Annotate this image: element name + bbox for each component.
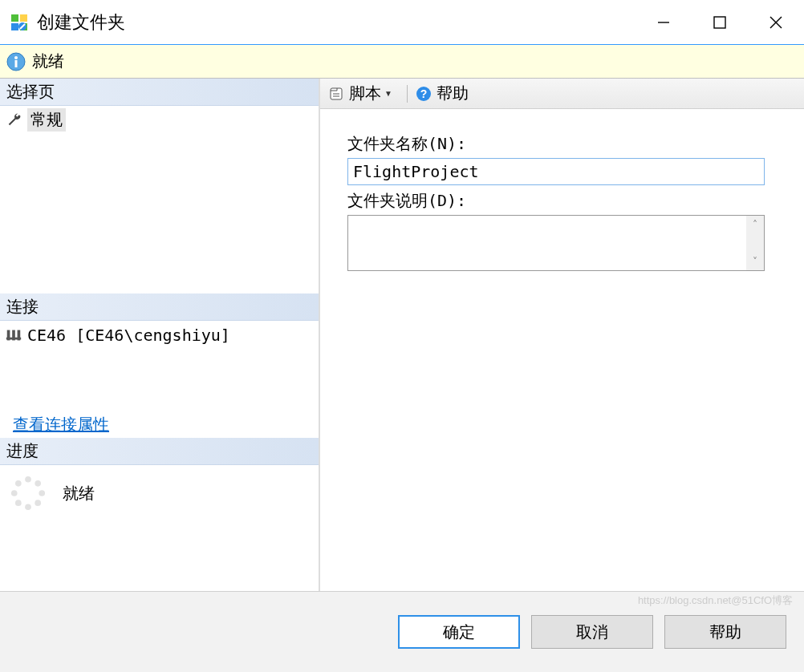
- view-connection-properties-link[interactable]: 查看连接属性: [0, 411, 319, 438]
- cancel-button[interactable]: 取消: [531, 615, 653, 649]
- status-text: 就绪: [32, 51, 64, 72]
- connection-value: CE46 [CE46\cengshiyu]: [0, 321, 319, 350]
- server-icon: [5, 326, 22, 344]
- folder-desc-input[interactable]: [348, 216, 746, 270]
- svg-point-20: [25, 504, 31, 510]
- chevron-down-icon: ▼: [381, 89, 396, 98]
- svg-rect-1: [20, 14, 27, 22]
- folder-name-label: 文件夹名称(N):: [347, 133, 777, 155]
- form-area: 文件夹名称(N): 文件夹说明(D): ˄ ˅: [320, 109, 804, 295]
- scroll-up-icon[interactable]: ˄: [753, 219, 757, 230]
- help-button[interactable]: 帮助: [664, 615, 786, 649]
- svg-rect-2: [11, 23, 18, 30]
- status-bar: 就绪: [0, 45, 804, 79]
- script-icon: [328, 86, 344, 102]
- right-panel: 脚本 ▼ ? 帮助 文件夹名称(N): 文件夹说明(D): ˄ ˅: [320, 79, 804, 591]
- window-controls: [635, 0, 804, 44]
- progress-header: 进度: [0, 438, 319, 465]
- select-page-header: 选择页: [0, 79, 319, 106]
- connection-header: 连接: [0, 293, 319, 321]
- svg-point-18: [39, 490, 45, 496]
- wrench-icon: [6, 111, 22, 128]
- window-title: 创建文件夹: [37, 10, 635, 34]
- minimize-button[interactable]: [635, 0, 692, 44]
- svg-point-17: [35, 480, 41, 487]
- svg-point-16: [25, 476, 31, 483]
- page-general-label: 常规: [27, 108, 66, 132]
- svg-rect-6: [714, 17, 725, 28]
- toolbar: 脚本 ▼ ? 帮助: [320, 79, 804, 109]
- scroll-down-icon[interactable]: ˅: [753, 256, 757, 267]
- spinner-icon: [10, 475, 47, 512]
- folder-desc-wrap: ˄ ˅: [347, 215, 765, 271]
- svg-rect-15: [6, 338, 21, 340]
- page-general[interactable]: 常规: [0, 106, 319, 133]
- app-icon: [10, 13, 29, 32]
- title-bar: 创建文件夹: [0, 0, 804, 45]
- close-button[interactable]: [748, 0, 804, 44]
- folder-desc-label: 文件夹说明(D):: [347, 190, 777, 212]
- svg-point-23: [15, 480, 22, 487]
- progress-row: 就绪: [0, 465, 319, 521]
- watermark: https://blog.csdn.net@51CfO博客: [638, 593, 793, 608]
- ok-button[interactable]: 确定: [398, 615, 520, 649]
- folder-name-input[interactable]: [347, 158, 765, 185]
- svg-point-19: [35, 500, 41, 506]
- maximize-button[interactable]: [692, 0, 748, 44]
- help-icon: ?: [416, 86, 432, 102]
- svg-rect-0: [11, 14, 18, 22]
- textarea-scrollbar[interactable]: ˄ ˅: [746, 216, 764, 270]
- progress-status: 就绪: [63, 483, 95, 504]
- help-menu[interactable]: ? 帮助: [412, 81, 472, 106]
- svg-point-22: [11, 490, 18, 496]
- left-panel: 选择页 常规 连接 CE46 [CE46\cengshiyu] 查看连接属性 进…: [0, 79, 320, 591]
- svg-point-21: [15, 500, 22, 506]
- svg-point-10: [14, 56, 18, 59]
- info-icon: [6, 52, 26, 71]
- script-menu[interactable]: 脚本 ▼: [325, 81, 399, 106]
- toolbar-separator: [407, 85, 408, 103]
- svg-text:?: ?: [420, 87, 428, 100]
- svg-rect-11: [15, 60, 18, 67]
